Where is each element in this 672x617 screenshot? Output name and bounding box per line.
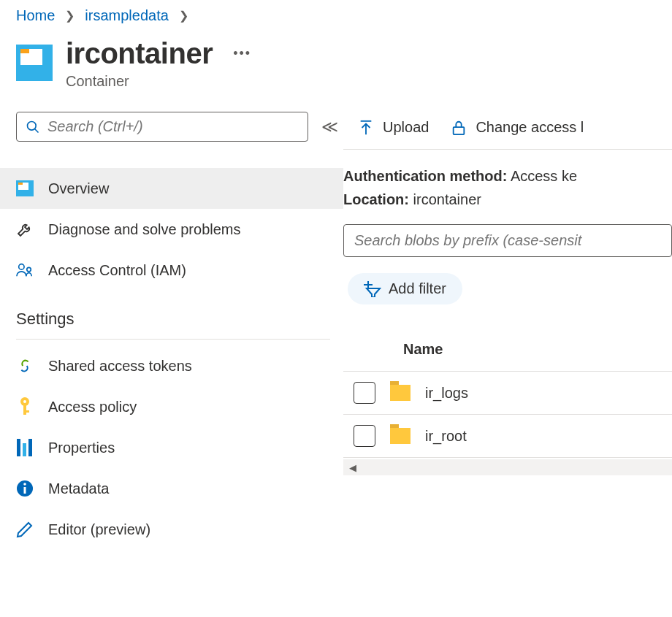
filter-icon: [364, 281, 381, 297]
row-name[interactable]: ir_root: [425, 428, 467, 445]
page-title: ircontainer: [66, 37, 213, 70]
svg-rect-9: [23, 405, 26, 415]
row-name[interactable]: ir_logs: [425, 385, 468, 402]
row-checkbox[interactable]: [354, 382, 375, 404]
svg-marker-22: [367, 288, 380, 297]
horizontal-scrollbar[interactable]: ◀: [343, 459, 672, 475]
container-icon: [16, 45, 53, 81]
row-checkbox[interactable]: [354, 425, 375, 447]
more-menu-button[interactable]: •••: [233, 46, 251, 61]
properties-icon: [16, 439, 34, 456]
sidebar-item-label: Overview: [48, 180, 109, 197]
people-icon: [16, 261, 34, 279]
sidebar-search[interactable]: [16, 112, 308, 142]
svg-rect-15: [24, 487, 26, 494]
sidebar-item-iam[interactable]: Access Control (IAM): [0, 250, 343, 291]
location-value: ircontainer: [413, 191, 481, 207]
toolbar: Upload Change access l: [343, 112, 672, 150]
column-header-name[interactable]: Name: [403, 341, 443, 358]
info-block: Authentication method: Access ke Locatio…: [343, 150, 672, 221]
svg-point-6: [27, 267, 31, 272]
svg-rect-12: [23, 443, 26, 456]
sidebar-item-editor[interactable]: Editor (preview): [0, 509, 343, 550]
svg-point-0: [28, 121, 37, 130]
svg-rect-19: [454, 127, 465, 134]
link-icon: [16, 357, 34, 375]
svg-point-8: [23, 400, 26, 403]
sidebar-item-label: Editor (preview): [48, 521, 150, 538]
pencil-icon: [16, 521, 34, 538]
svg-point-16: [23, 483, 26, 486]
table-header: Name: [343, 331, 672, 372]
info-icon: [16, 480, 34, 497]
search-icon: [26, 120, 40, 134]
sidebar-item-label: Shared access tokens: [48, 358, 192, 375]
chevron-right-icon: ❯: [179, 9, 188, 23]
breadcrumb: Home ❯ irsampledata ❯: [0, 0, 672, 27]
sidebar-item-sas[interactable]: Shared access tokens: [0, 345, 343, 386]
page-subtitle: Container: [66, 73, 656, 90]
svg-point-5: [19, 264, 24, 269]
overview-icon: [16, 180, 34, 197]
sidebar-item-label: Properties: [48, 440, 115, 456]
sidebar-item-properties[interactable]: Properties: [0, 427, 343, 468]
sidebar-item-label: Access Control (IAM): [48, 262, 186, 279]
sidebar-item-access-policy[interactable]: Access policy: [0, 386, 343, 427]
chevron-right-icon: ❯: [65, 9, 75, 23]
folder-icon: [390, 428, 411, 444]
breadcrumb-parent[interactable]: irsampledata: [85, 7, 169, 24]
auth-method-value: Access ke: [511, 168, 577, 184]
folder-icon: [390, 385, 411, 401]
auth-method-label: Authentication method:: [343, 168, 507, 184]
add-filter-button[interactable]: Add filter: [348, 273, 462, 304]
svg-rect-4: [18, 183, 23, 185]
upload-icon: [358, 120, 374, 136]
sidebar-item-label: Diagnose and solve problems: [48, 221, 241, 238]
table-row[interactable]: ir_root: [343, 415, 672, 458]
sidebar-item-overview[interactable]: Overview: [0, 168, 343, 209]
add-filter-label: Add filter: [389, 280, 446, 297]
svg-rect-10: [23, 410, 29, 413]
sidebar-item-diagnose[interactable]: Diagnose and solve problems: [0, 209, 343, 250]
sidebar-search-input[interactable]: [47, 118, 299, 135]
sidebar-item-label: Metadata: [48, 480, 109, 497]
upload-label: Upload: [383, 119, 429, 136]
svg-rect-13: [28, 439, 32, 456]
blob-table: Name ir_logs ir_root ◀: [343, 331, 672, 475]
scroll-left-arrow-icon[interactable]: ◀: [345, 462, 361, 473]
sidebar-item-label: Access policy: [48, 399, 137, 415]
change-access-label: Change access l: [476, 119, 584, 136]
breadcrumb-home[interactable]: Home: [16, 7, 55, 24]
settings-section-header: Settings: [16, 291, 330, 340]
upload-button[interactable]: Upload: [358, 119, 429, 136]
change-access-button[interactable]: Change access l: [451, 119, 584, 136]
lock-icon: [451, 120, 467, 136]
svg-line-1: [35, 129, 39, 132]
svg-rect-11: [17, 439, 20, 456]
table-row[interactable]: ir_logs: [343, 372, 672, 415]
page-header: ircontainer ••• Container: [0, 27, 672, 112]
key-icon: [16, 398, 34, 415]
location-label: Location:: [343, 191, 409, 207]
blob-search-input[interactable]: [343, 224, 672, 257]
sidebar-item-metadata[interactable]: Metadata: [0, 468, 343, 509]
collapse-sidebar-icon[interactable]: ≪: [321, 118, 338, 137]
wrench-icon: [16, 221, 34, 238]
